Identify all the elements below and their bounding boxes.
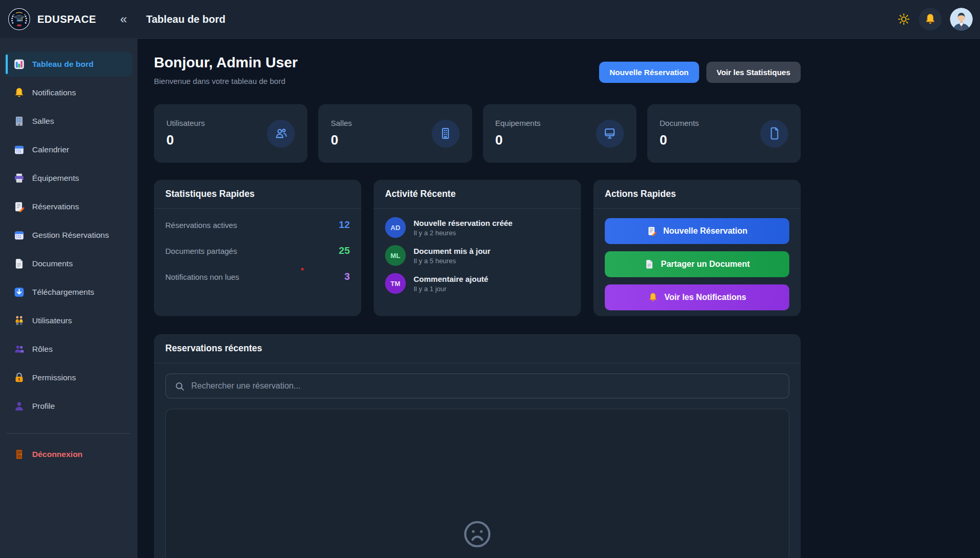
two-people-icon xyxy=(13,315,25,326)
theme-toggle-sun-icon[interactable] xyxy=(897,12,911,26)
sidebar-item-deconnexion[interactable]: Déconnexion xyxy=(4,442,133,467)
stat-card-utilisateurs: Utilisateurs 0 xyxy=(154,104,307,163)
activity-time: Il y a 1 jour xyxy=(414,285,488,293)
sidebar-item-label: Équipements xyxy=(32,174,79,183)
calendar-icon xyxy=(13,144,25,155)
search-icon xyxy=(174,381,185,392)
notifications-bell-button[interactable] xyxy=(919,8,942,31)
quick-stat-value: 3 xyxy=(344,271,350,282)
sidebar-item-gestion-reservations[interactable]: Gestion Réservations xyxy=(4,223,133,248)
app-name: EDUSPACE xyxy=(37,13,96,25)
activity-time: Il y a 2 heures xyxy=(414,229,513,237)
new-reservation-button[interactable]: Nouvelle Réservation xyxy=(599,62,699,83)
sidebar-item-telechargements[interactable]: Téléchargements xyxy=(4,280,133,305)
avatar: TM xyxy=(385,273,406,294)
activity-item: TM Commentaire ajouté Il y a 1 jour xyxy=(385,273,570,294)
stat-value: 0 xyxy=(166,132,205,148)
quick-stat-label: Réservations actives xyxy=(165,221,237,230)
sad-face-icon xyxy=(461,518,493,550)
calendar-icon xyxy=(13,230,25,241)
activity-time: Il y a 5 heures xyxy=(414,257,490,265)
sidebar-item-label: Notifications xyxy=(32,88,76,97)
sidebar-item-calendrier[interactable]: Calendrier xyxy=(4,137,133,162)
sidebar-divider xyxy=(6,433,131,434)
quick-stat-value: 12 xyxy=(339,219,350,231)
sidebar-item-label: Permissions xyxy=(32,373,76,382)
header-actions xyxy=(897,8,980,31)
sidebar-item-label: Déconnexion xyxy=(32,450,82,459)
recent-activity-panel: Activité Récente AD Nouvelle réservation… xyxy=(374,180,581,316)
quick-actions-title: Actions Rapides xyxy=(605,189,789,199)
stat-value: 0 xyxy=(495,132,541,148)
sidebar-item-label: Rôles xyxy=(32,345,53,354)
stat-label: Documents xyxy=(660,119,699,127)
sidebar-item-salles[interactable]: Salles xyxy=(4,109,133,134)
quick-action-view-notifications-button[interactable]: Voir les Notifications xyxy=(605,284,789,310)
stat-card-equipements: Equipements 0 xyxy=(483,104,636,163)
activity-item: ML Document mis à jour Il y a 5 heures xyxy=(385,245,570,266)
reservation-search-input[interactable] xyxy=(191,381,780,391)
sidebar-item-roles[interactable]: Rôles xyxy=(4,337,133,362)
stat-card-salles: Salles 0 xyxy=(318,104,472,163)
quick-stats-title: Statistiques Rapides xyxy=(165,189,350,199)
quick-action-share-document-button[interactable]: Partager un Document xyxy=(605,251,789,277)
bell-icon xyxy=(648,292,658,303)
activity-title: Document mis à jour xyxy=(414,247,490,255)
stat-card-documents: Documents 0 xyxy=(647,104,801,163)
sidebar-item-label: Calendrier xyxy=(32,145,69,154)
printer-icon xyxy=(13,173,25,184)
busts-icon xyxy=(13,344,25,355)
quick-actions-panel: Actions Rapides Nouvelle Réservation Par… xyxy=(593,180,801,316)
sidebar-item-profile[interactable]: Profile xyxy=(4,394,133,419)
document-icon xyxy=(644,259,655,269)
sidebar-item-label: Utilisateurs xyxy=(32,316,72,325)
sidebar-item-documents[interactable]: Documents xyxy=(4,251,133,276)
sidebar-item-permissions[interactable]: Permissions xyxy=(4,365,133,390)
user-avatar[interactable] xyxy=(950,8,973,31)
sidebar-item-label: Réservations xyxy=(32,202,79,211)
stat-label: Utilisateurs xyxy=(166,119,205,127)
sidebar-item-reservations[interactable]: Réservations xyxy=(4,194,133,219)
building-icon xyxy=(13,116,25,127)
sidebar-item-equipements[interactable]: Équipements xyxy=(4,166,133,191)
top-header: EDUSPACE « Tableau de bord xyxy=(0,0,980,39)
bell-icon xyxy=(13,87,25,98)
view-statistics-button[interactable]: Voir les Statistiques xyxy=(706,62,801,83)
quick-stats-panel: Statistiques Rapides Réservations active… xyxy=(154,180,361,316)
activity-title: Nouvelle réservation créée xyxy=(414,219,513,227)
quick-stat-row: Documents partagés 25 xyxy=(165,238,350,264)
quick-action-label: Voir les Notifications xyxy=(664,293,746,302)
lock-icon xyxy=(13,372,25,383)
main-content: Bonjour, Admin User Bienvenue dans votre… xyxy=(137,39,938,558)
sidebar-collapse-button[interactable]: « xyxy=(120,13,127,25)
person-icon xyxy=(13,400,25,412)
quick-stat-row: Notifications non lues 3 xyxy=(165,264,350,290)
bar-chart-icon xyxy=(13,59,25,70)
download-icon xyxy=(13,287,25,298)
recent-reservations-title: Reservations récentes xyxy=(165,343,789,354)
memo-pencil-icon xyxy=(13,201,25,212)
activity-item: AD Nouvelle réservation créée Il y a 2 h… xyxy=(385,217,570,238)
monitor-outline-icon xyxy=(596,120,624,148)
sidebar-item-label: Profile xyxy=(32,402,55,411)
sidebar-item-label: Salles xyxy=(32,117,54,126)
sidebar-item-label: Documents xyxy=(32,259,73,268)
quick-stat-label: Documents partagés xyxy=(165,247,237,255)
quick-action-label: Nouvelle Réservation xyxy=(663,226,748,236)
greeting-title: Bonjour, Admin User xyxy=(154,54,297,71)
avatar: ML xyxy=(385,245,406,266)
greeting-row: Bonjour, Admin User Bienvenue dans votre… xyxy=(154,54,801,85)
recent-reservations-panel: Reservations récentes xyxy=(154,334,801,558)
bell-icon xyxy=(924,13,936,25)
quick-action-new-reservation-button[interactable]: Nouvelle Réservation xyxy=(605,218,789,244)
stat-label: Salles xyxy=(331,119,352,127)
sidebar-item-utilisateurs[interactable]: Utilisateurs xyxy=(4,308,133,333)
sidebar-item-notifications[interactable]: Notifications xyxy=(4,80,133,105)
sidebar-item-tableau-de-bord[interactable]: Tableau de bord xyxy=(4,52,133,77)
sidebar: Tableau de bord Notifications Salles Cal… xyxy=(0,39,137,558)
quick-stat-row: Réservations actives 12 xyxy=(165,212,350,238)
brand: EDUSPACE « xyxy=(0,8,137,31)
avatar: AD xyxy=(385,217,406,238)
sidebar-item-label: Tableau de bord xyxy=(32,60,94,69)
recent-activity-title: Activité Récente xyxy=(385,189,570,199)
